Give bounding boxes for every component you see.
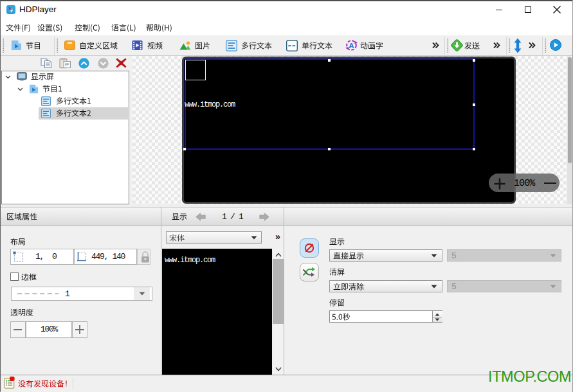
svg-text:A: A (349, 42, 354, 49)
